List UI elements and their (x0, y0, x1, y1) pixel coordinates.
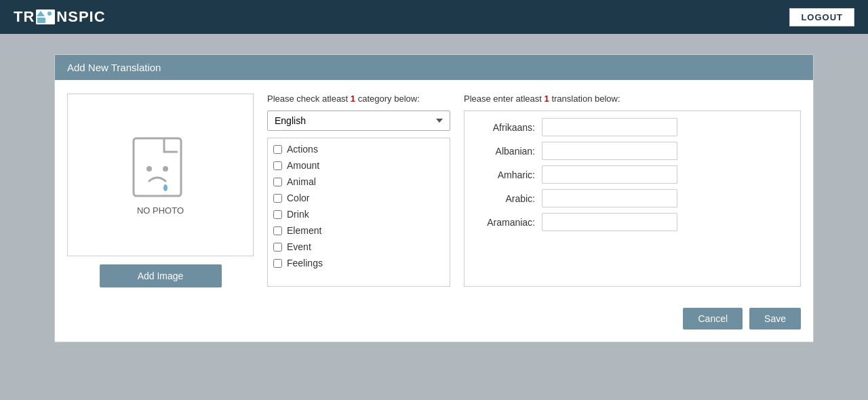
list-item: Actions (273, 142, 444, 156)
category-checkbox[interactable] (273, 178, 282, 186)
translation-row: Afrikaans: (474, 118, 791, 136)
translation-label: Afrikaans: (474, 122, 535, 133)
category-label: Drink (287, 209, 309, 220)
translation-section-label: Please enter atleast 1 translation below… (464, 94, 801, 104)
svg-point-7 (163, 184, 167, 191)
translation-label: Amharic: (474, 169, 535, 180)
category-label: Animal (287, 176, 316, 187)
cancel-button[interactable]: Cancel (683, 308, 743, 329)
no-photo-icon (130, 135, 191, 203)
image-section: NO PHOTO Add Image (67, 94, 254, 287)
save-button[interactable]: Save (749, 308, 801, 329)
category-label: Color (287, 193, 309, 203)
svg-rect-4 (134, 138, 181, 196)
category-label: Event (287, 241, 311, 252)
category-list: ActionsAmountAnimalColorDrinkElementEven… (268, 138, 450, 274)
list-item: Feelings (273, 256, 444, 270)
category-label: Element (287, 225, 321, 236)
category-checkbox[interactable] (273, 226, 282, 235)
language-select[interactable]: English French German Spanish (267, 111, 450, 131)
dialog-body: NO PHOTO Add Image Please check atleast … (55, 80, 813, 301)
translation-input[interactable] (542, 165, 677, 184)
list-item: Drink (273, 207, 444, 221)
translation-input[interactable] (542, 213, 677, 231)
list-item: Amount (273, 159, 444, 172)
dialog-footer: Cancel Save (55, 301, 813, 342)
translation-input[interactable] (542, 118, 677, 136)
add-image-button[interactable]: Add Image (100, 264, 222, 287)
category-section-label: Please check atleast 1 category below: (267, 94, 450, 104)
translation-label: Arabic: (474, 193, 535, 204)
category-label: Actions (287, 144, 318, 155)
no-photo-label: NO PHOTO (137, 205, 184, 216)
logo-icon (36, 9, 55, 24)
category-label: Amount (287, 160, 319, 171)
category-checkbox[interactable] (273, 161, 282, 170)
translation-input[interactable] (542, 142, 677, 160)
svg-point-3 (47, 12, 52, 16)
logo-text-1: TR (14, 8, 35, 26)
dialog-title: Add New Translation (55, 55, 813, 80)
category-checkbox[interactable] (273, 243, 282, 252)
dialog: Add New Translation (54, 54, 814, 342)
list-item: Animal (273, 175, 444, 188)
translation-row: Albanian: (474, 142, 791, 160)
category-checkbox[interactable] (273, 145, 282, 154)
logo-text-2: NSPIC (56, 8, 105, 26)
logout-button[interactable]: LOGOUT (789, 8, 854, 26)
translation-section: Please enter atleast 1 translation below… (464, 94, 801, 287)
image-box: NO PHOTO (67, 94, 254, 256)
translation-list: Afrikaans:Albanian:Amharic:Arabic:Araman… (465, 111, 800, 238)
main-content: Add New Translation (0, 34, 868, 363)
translation-list-wrapper: Afrikaans:Albanian:Amharic:Arabic:Araman… (464, 111, 801, 287)
translation-row: Aramaniac: (474, 213, 791, 231)
logo: TR NSPIC (14, 8, 106, 26)
translation-label: Albanian: (474, 146, 535, 157)
list-item: Color (273, 191, 444, 205)
translation-row: Amharic: (474, 165, 791, 184)
category-section: Please check atleast 1 category below: E… (267, 94, 450, 287)
category-checkbox[interactable] (273, 259, 282, 268)
translation-row: Arabic: (474, 189, 791, 207)
list-item: Element (273, 224, 444, 237)
category-checkbox[interactable] (273, 194, 282, 203)
svg-point-6 (163, 166, 168, 172)
translation-label: Aramaniac: (474, 217, 535, 228)
category-checkbox[interactable] (273, 210, 282, 219)
svg-point-5 (146, 166, 152, 172)
category-list-wrapper: ActionsAmountAnimalColorDrinkElementEven… (267, 138, 450, 287)
svg-rect-1 (37, 18, 45, 23)
category-label: Feelings (287, 258, 323, 268)
list-item: Event (273, 240, 444, 254)
translation-input[interactable] (542, 189, 677, 207)
header: TR NSPIC LOGOUT (0, 0, 868, 34)
